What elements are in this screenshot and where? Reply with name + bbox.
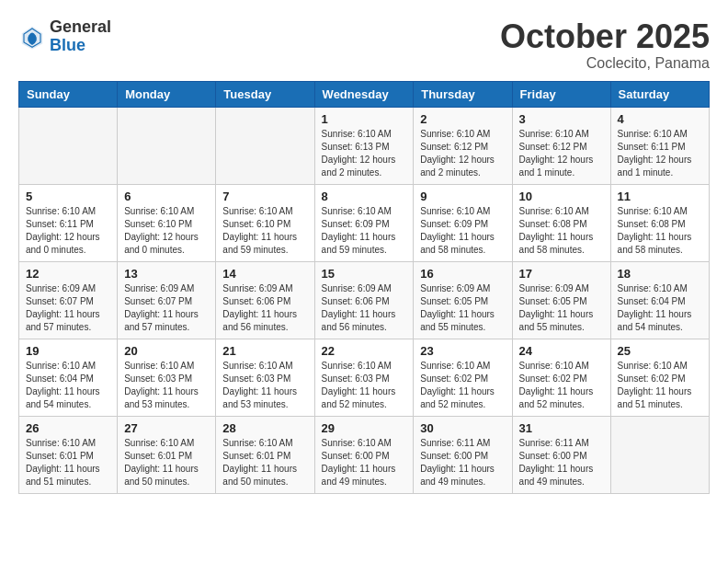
day-number: 4: [618, 112, 702, 126]
calendar-cell: 6Sunrise: 6:10 AM Sunset: 6:10 PM Daylig…: [118, 184, 216, 261]
calendar-cell: 28Sunrise: 6:10 AM Sunset: 6:01 PM Dayli…: [216, 416, 314, 493]
day-number: 27: [124, 421, 209, 435]
day-number: 9: [420, 190, 505, 203]
calendar-cell: [118, 107, 216, 184]
location: Coclecito, Panama: [500, 55, 710, 72]
calendar-cell: [610, 416, 709, 493]
day-info: Sunrise: 6:10 AM Sunset: 6:08 PM Dayligh…: [519, 205, 604, 257]
day-header-sunday: Sunday: [19, 81, 118, 107]
calendar-cell: 2Sunrise: 6:10 AM Sunset: 6:12 PM Daylig…: [414, 107, 512, 184]
calendar-week-3: 12Sunrise: 6:09 AM Sunset: 6:07 PM Dayli…: [19, 261, 710, 339]
logo-text: General Blue: [50, 18, 111, 55]
day-number: 8: [322, 190, 407, 203]
day-header-friday: Friday: [512, 81, 610, 107]
calendar-week-5: 26Sunrise: 6:10 AM Sunset: 6:01 PM Dayli…: [19, 416, 710, 493]
calendar-cell: 15Sunrise: 6:09 AM Sunset: 6:06 PM Dayli…: [314, 261, 414, 339]
day-info: Sunrise: 6:10 AM Sunset: 6:02 PM Dayligh…: [420, 360, 505, 411]
day-number: 10: [519, 190, 604, 203]
day-number: 15: [322, 267, 407, 281]
day-header-thursday: Thursday: [414, 81, 512, 107]
day-header-wednesday: Wednesday: [314, 81, 414, 107]
calendar-cell: 17Sunrise: 6:09 AM Sunset: 6:05 PM Dayli…: [512, 261, 610, 339]
calendar-week-2: 5Sunrise: 6:10 AM Sunset: 6:11 PM Daylig…: [19, 184, 710, 261]
calendar-week-4: 19Sunrise: 6:10 AM Sunset: 6:04 PM Dayli…: [19, 339, 710, 416]
calendar-table: SundayMondayTuesdayWednesdayThursdayFrid…: [18, 81, 710, 494]
day-number: 22: [322, 344, 407, 358]
calendar-cell: 26Sunrise: 6:10 AM Sunset: 6:01 PM Dayli…: [19, 416, 118, 493]
day-number: 25: [618, 344, 702, 358]
calendar-header-row: SundayMondayTuesdayWednesdayThursdayFrid…: [19, 81, 710, 107]
day-number: 29: [322, 421, 407, 435]
day-info: Sunrise: 6:09 AM Sunset: 6:06 PM Dayligh…: [322, 282, 407, 334]
day-number: 19: [26, 344, 110, 358]
day-number: 28: [222, 421, 307, 435]
calendar-cell: [19, 107, 118, 184]
calendar-cell: 10Sunrise: 6:10 AM Sunset: 6:08 PM Dayli…: [512, 184, 610, 261]
day-info: Sunrise: 6:10 AM Sunset: 6:13 PM Dayligh…: [322, 128, 407, 179]
day-number: 12: [26, 267, 110, 281]
day-number: 20: [124, 344, 209, 358]
day-info: Sunrise: 6:10 AM Sunset: 6:01 PM Dayligh…: [222, 437, 307, 488]
day-number: 1: [322, 112, 407, 126]
title-area: October 2025 Coclecito, Panama: [500, 18, 710, 72]
calendar-cell: 14Sunrise: 6:09 AM Sunset: 6:06 PM Dayli…: [216, 261, 314, 339]
day-info: Sunrise: 6:11 AM Sunset: 6:00 PM Dayligh…: [519, 437, 604, 488]
day-info: Sunrise: 6:10 AM Sunset: 6:03 PM Dayligh…: [124, 360, 209, 411]
logo-icon: [18, 23, 46, 51]
calendar-cell: 24Sunrise: 6:10 AM Sunset: 6:02 PM Dayli…: [512, 339, 610, 416]
calendar-cell: 31Sunrise: 6:11 AM Sunset: 6:00 PM Dayli…: [512, 416, 610, 493]
calendar-cell: 9Sunrise: 6:10 AM Sunset: 6:09 PM Daylig…: [414, 184, 512, 261]
day-header-saturday: Saturday: [610, 81, 709, 107]
calendar-cell: 22Sunrise: 6:10 AM Sunset: 6:03 PM Dayli…: [314, 339, 414, 416]
calendar-cell: 19Sunrise: 6:10 AM Sunset: 6:04 PM Dayli…: [19, 339, 118, 416]
day-info: Sunrise: 6:10 AM Sunset: 6:03 PM Dayligh…: [222, 360, 307, 411]
logo-blue: Blue: [50, 37, 111, 55]
month-title: October 2025: [500, 18, 710, 55]
day-number: 30: [420, 421, 505, 435]
calendar-cell: 20Sunrise: 6:10 AM Sunset: 6:03 PM Dayli…: [118, 339, 216, 416]
calendar-cell: 18Sunrise: 6:10 AM Sunset: 6:04 PM Dayli…: [610, 261, 709, 339]
calendar-cell: 16Sunrise: 6:09 AM Sunset: 6:05 PM Dayli…: [414, 261, 512, 339]
day-number: 21: [222, 344, 307, 358]
calendar-cell: 30Sunrise: 6:11 AM Sunset: 6:00 PM Dayli…: [414, 416, 512, 493]
calendar-cell: 4Sunrise: 6:10 AM Sunset: 6:11 PM Daylig…: [610, 107, 709, 184]
calendar-cell: 27Sunrise: 6:10 AM Sunset: 6:01 PM Dayli…: [118, 416, 216, 493]
day-info: Sunrise: 6:10 AM Sunset: 6:01 PM Dayligh…: [26, 437, 110, 488]
day-number: 26: [26, 421, 110, 435]
day-info: Sunrise: 6:09 AM Sunset: 6:06 PM Dayligh…: [222, 282, 307, 334]
day-header-monday: Monday: [118, 81, 216, 107]
day-number: 11: [618, 190, 702, 203]
day-info: Sunrise: 6:10 AM Sunset: 6:02 PM Dayligh…: [519, 360, 604, 411]
day-info: Sunrise: 6:11 AM Sunset: 6:00 PM Dayligh…: [420, 437, 505, 488]
day-number: 16: [420, 267, 505, 281]
day-number: 31: [519, 421, 604, 435]
logo: General Blue: [18, 18, 111, 55]
day-info: Sunrise: 6:10 AM Sunset: 6:12 PM Dayligh…: [519, 128, 604, 179]
day-info: Sunrise: 6:10 AM Sunset: 6:04 PM Dayligh…: [26, 360, 110, 411]
calendar-cell: 12Sunrise: 6:09 AM Sunset: 6:07 PM Dayli…: [19, 261, 118, 339]
calendar-cell: 25Sunrise: 6:10 AM Sunset: 6:02 PM Dayli…: [610, 339, 709, 416]
day-info: Sunrise: 6:10 AM Sunset: 6:10 PM Dayligh…: [222, 205, 307, 257]
day-info: Sunrise: 6:09 AM Sunset: 6:05 PM Dayligh…: [519, 282, 604, 334]
day-number: 7: [222, 190, 307, 203]
day-number: 3: [519, 112, 604, 126]
day-info: Sunrise: 6:10 AM Sunset: 6:09 PM Dayligh…: [420, 205, 505, 257]
calendar-week-1: 1Sunrise: 6:10 AM Sunset: 6:13 PM Daylig…: [19, 107, 710, 184]
day-number: 2: [420, 112, 505, 126]
day-info: Sunrise: 6:10 AM Sunset: 6:03 PM Dayligh…: [322, 360, 407, 411]
day-number: 13: [124, 267, 209, 281]
day-number: 6: [124, 190, 209, 203]
day-number: 23: [420, 344, 505, 358]
day-number: 17: [519, 267, 604, 281]
day-info: Sunrise: 6:10 AM Sunset: 6:02 PM Dayligh…: [618, 360, 702, 411]
calendar-cell: 7Sunrise: 6:10 AM Sunset: 6:10 PM Daylig…: [216, 184, 314, 261]
calendar-cell: 23Sunrise: 6:10 AM Sunset: 6:02 PM Dayli…: [414, 339, 512, 416]
day-info: Sunrise: 6:10 AM Sunset: 6:11 PM Dayligh…: [26, 205, 110, 257]
logo-general: General: [50, 18, 111, 37]
page-header: General Blue October 2025 Coclecito, Pan…: [18, 18, 710, 72]
calendar-cell: 13Sunrise: 6:09 AM Sunset: 6:07 PM Dayli…: [118, 261, 216, 339]
day-info: Sunrise: 6:09 AM Sunset: 6:05 PM Dayligh…: [420, 282, 505, 334]
day-number: 14: [222, 267, 307, 281]
day-info: Sunrise: 6:10 AM Sunset: 6:00 PM Dayligh…: [322, 437, 407, 488]
day-header-tuesday: Tuesday: [216, 81, 314, 107]
